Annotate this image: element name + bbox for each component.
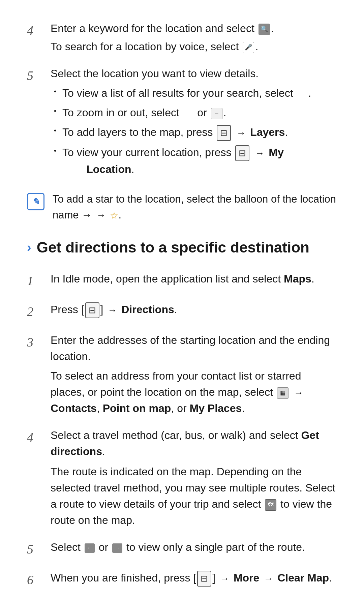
step-number-2: 2 — [27, 301, 51, 321]
step-6-content: When you are finished, press [⊟] → More … — [51, 570, 337, 587]
step2-text-before: Press [ — [51, 303, 84, 316]
bullet-dot-4: • — [54, 146, 56, 156]
chevron-icon: › — [27, 238, 31, 257]
step-number-4-bottom: 4 — [27, 427, 51, 447]
step5b-before: Select — [51, 541, 81, 553]
directions-bold: Directions — [121, 303, 174, 316]
step4b-text-before: Select a travel method (car, bus, or wal… — [51, 429, 298, 441]
step-1: 1 In Idle mode, open the application lis… — [27, 271, 337, 291]
note-box: ✎ To add a star to the location, select … — [27, 191, 337, 223]
bullet4-text: To view your current location, press ⊟ →… — [62, 144, 284, 177]
route-icon: 🗺 — [265, 499, 276, 511]
step4-text-before: Enter a keyword for the location and sel… — [51, 22, 254, 34]
step-5-bottom-content: Select ← or → to view only a single part… — [51, 539, 337, 555]
left-arrow-icon: ← — [85, 543, 95, 553]
step-5-top-content: Select the location you want to view det… — [51, 65, 337, 181]
step-6: 6 When you are finished, press [⊟] → Mor… — [27, 570, 337, 590]
step5b-text: Select ← or → to view only a single part… — [51, 539, 337, 555]
step-4-top: 4 Enter a keyword for the location and s… — [27, 20, 337, 55]
step3-text2-before: To select an address from your contact l… — [51, 370, 301, 398]
step4b-to: to — [280, 498, 290, 510]
step-2: 2 Press [⊟] → Directions. — [27, 301, 337, 321]
right-arrow-icon: → — [112, 543, 122, 553]
step-4-bottom-content: Select a travel method (car, bus, or wal… — [51, 427, 337, 528]
bullet1-text: To view a list of all results for your s… — [62, 85, 311, 101]
menu-key-b3: ⊟ — [217, 125, 231, 141]
layers-bold: Layers — [250, 126, 285, 138]
step1-text-before: In Idle mode, open the application list … — [51, 273, 281, 285]
bullet-dot-2: • — [54, 106, 56, 116]
step-number-6: 6 — [27, 570, 51, 590]
step-5-top: 5 Select the location you want to view d… — [27, 65, 337, 181]
step5b-after: to view only a single part of the route. — [126, 541, 305, 553]
maps-bold: Maps — [284, 273, 311, 285]
minus-icon: – — [211, 108, 222, 119]
step-number-4-top: 4 — [27, 20, 51, 40]
step3-line2: To select an address from your contact l… — [51, 368, 337, 416]
note-icon: ✎ — [27, 193, 44, 210]
step-4-top-text: Enter a keyword for the location and sel… — [51, 20, 337, 36]
step-3-content: Enter the addresses of the starting loca… — [51, 332, 337, 416]
bullet-dot-3: • — [54, 125, 56, 136]
directions-icon: ▦ — [277, 387, 289, 399]
menu-key-b4: ⊟ — [235, 145, 249, 161]
step4-period: . — [271, 22, 274, 34]
menu-key-s6: ⊟ — [197, 571, 211, 587]
star-icon: ☆ — [110, 210, 118, 220]
step-4-bottom: 4 Select a travel method (car, bus, or w… — [27, 427, 337, 528]
section-heading-text: Get directions to a specific destination — [37, 236, 309, 259]
step1-text: In Idle mode, open the application list … — [51, 271, 337, 287]
step2-text: Press [⊟] → Directions. — [51, 301, 337, 318]
point-on-map-bold: Point on map — [103, 402, 171, 414]
mic-icon: 🎤 — [243, 42, 254, 53]
menu-key-s2: ⊟ — [85, 302, 99, 318]
bullet2-text: To zoom in or out, select or –. — [62, 105, 226, 121]
note-arrow: → — [96, 210, 106, 220]
step-number-5-top: 5 — [27, 65, 51, 85]
step-2-content: Press [⊟] → Directions. — [51, 301, 337, 318]
step3-line1: Enter the addresses of the starting loca… — [51, 332, 337, 364]
clear-map-bold: Clear Map — [277, 572, 329, 584]
my-places-bold: My Places — [189, 402, 242, 414]
get-bold: Get — [301, 429, 319, 441]
note-text-content: To add a star to the location, select th… — [53, 193, 336, 221]
step5-main-text: Select the location you want to view det… — [51, 65, 337, 82]
step6-text: When you are finished, press [⊟] → More … — [51, 570, 337, 587]
more-bold: More — [234, 572, 259, 584]
step5-bullets: • To view a list of all results for your… — [54, 85, 337, 177]
step-4-voice-text: To search for a location by voice, selec… — [51, 38, 337, 55]
step-4-top-content: Enter a keyword for the location and sel… — [51, 20, 337, 55]
get-directions-bold: directions — [51, 445, 102, 457]
my-location-bold: My Location — [62, 146, 284, 175]
bullet-4: • To view your current location, press ⊟… — [54, 144, 337, 177]
contacts-bold: Contacts — [51, 402, 97, 414]
step-number-1: 1 — [27, 271, 51, 291]
step-3: 3 Enter the addresses of the starting lo… — [27, 332, 337, 416]
bullet-dot-1: • — [54, 86, 56, 96]
step-number-3: 3 — [27, 332, 51, 352]
step6-before: When you are finished, press [ — [51, 572, 196, 584]
bullet-1: • To view a list of all results for your… — [54, 85, 337, 101]
step-1-content: In Idle mode, open the application list … — [51, 271, 337, 287]
step-number-5-bottom: 5 — [27, 539, 51, 559]
step4b-text: Select a travel method (car, bus, or wal… — [51, 427, 337, 459]
step4-sub-text: To search for a location by voice, selec… — [51, 40, 239, 53]
step4b-route-text: The route is indicated on the map. Depen… — [51, 464, 337, 528]
note-text: To add a star to the location, select th… — [53, 191, 337, 223]
step5b-or: or — [99, 541, 108, 553]
bullet3-text: To add layers to the map, press ⊟ → Laye… — [62, 124, 288, 141]
step-5-bottom: 5 Select ← or → to view only a single pa… — [27, 539, 337, 559]
section-heading: › Get directions to a specific destinati… — [27, 236, 337, 259]
search-icon: 🔍 — [259, 24, 270, 35]
bullet-3: • To add layers to the map, press ⊟ → La… — [54, 124, 337, 141]
bullet-2: • To zoom in or out, select or –. — [54, 105, 337, 121]
